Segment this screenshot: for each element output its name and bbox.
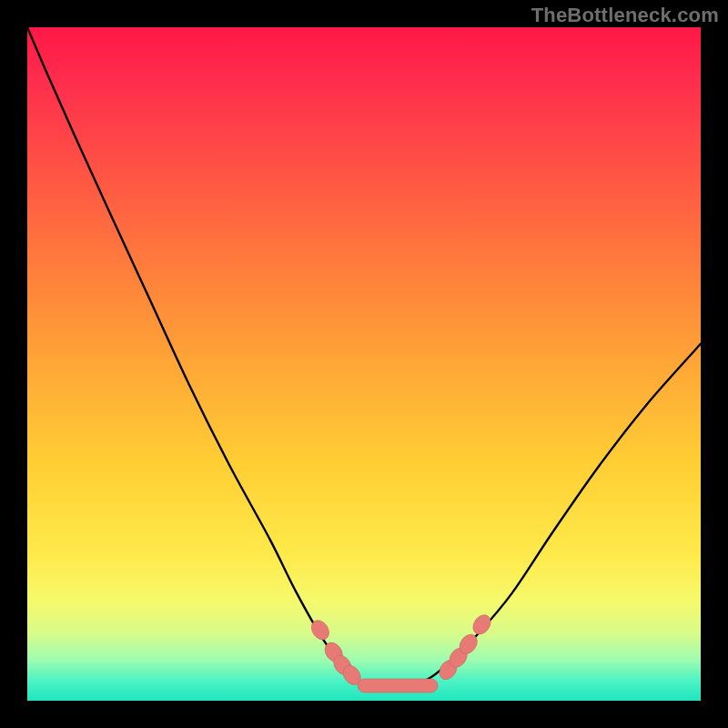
outer-frame: TheBottleneck.com — [0, 0, 728, 728]
curve-layer — [27, 27, 701, 701]
gradient-plot-area — [27, 27, 701, 701]
data-markers — [308, 612, 494, 693]
data-marker — [358, 679, 438, 693]
watermark-label: TheBottleneck.com — [531, 4, 719, 27]
data-marker — [436, 657, 460, 683]
data-marker — [470, 612, 494, 638]
data-marker — [321, 639, 346, 665]
data-marker — [446, 644, 470, 671]
data-marker — [339, 662, 364, 689]
data-marker — [456, 632, 480, 658]
bottleneck-curve — [27, 27, 701, 687]
data-marker — [330, 652, 355, 678]
data-marker — [308, 617, 332, 643]
